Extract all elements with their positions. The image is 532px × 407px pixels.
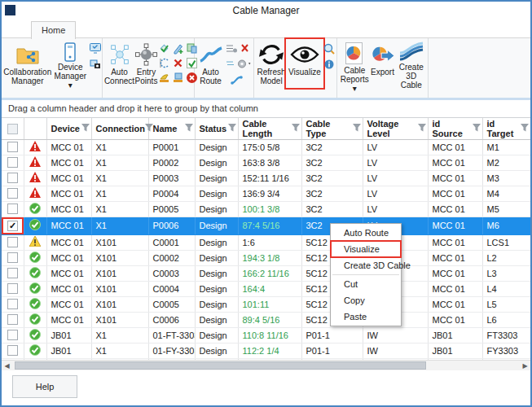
table-row[interactable]: MCC 01X101C0002Design194:3 1/85C12MCC 01… xyxy=(2,250,530,265)
table-row[interactable]: MCC 01X101C0005Design101:115C12MCC 01L5 xyxy=(2,296,530,312)
tab-home[interactable]: Home xyxy=(31,21,76,39)
table-row[interactable]: MCC 01X101C0003Design166:2 11/165C12MCC … xyxy=(2,265,530,281)
info-icon[interactable] xyxy=(323,58,336,70)
edit-add-icon[interactable] xyxy=(172,42,184,55)
create-3d-cable-icon xyxy=(398,42,425,63)
device-manager-button[interactable]: Device Manager ▾ xyxy=(52,40,90,87)
column-header-cable-length[interactable]: Cable Length xyxy=(238,118,301,139)
cell-device: JB01 xyxy=(46,327,91,343)
row-checkbox[interactable] xyxy=(7,330,18,340)
ok-status-icon xyxy=(29,332,41,342)
table-row[interactable]: MCC 01X101C0006Design89:4 5/165C12MCC 01… xyxy=(2,312,530,327)
horizontal-scrollbar[interactable]: ◀ ▶ xyxy=(2,360,530,370)
row-checkbox[interactable] xyxy=(7,314,18,325)
filter-funnel-icon[interactable] xyxy=(185,124,193,133)
filter-funnel-icon[interactable] xyxy=(473,124,481,133)
filter-funnel-icon[interactable] xyxy=(228,124,236,133)
cell-voltage-level: LV xyxy=(363,170,428,186)
table-row[interactable]: MCC 01X1P0006Design87:4 5/163C2LVMCC 01M… xyxy=(2,217,530,234)
context-menu-item-cut[interactable]: Cut xyxy=(331,276,401,292)
refresh-model-button[interactable]: Refresh Model xyxy=(256,40,287,87)
filter-funnel-icon[interactable] xyxy=(418,124,426,133)
table-row[interactable]: MCC 01X1P0002Design163:8 3/83C2LVMCC 01M… xyxy=(2,155,530,170)
row-checkbox[interactable] xyxy=(7,157,18,168)
column-header-name[interactable]: Name xyxy=(148,118,195,139)
cell-connection: X101 xyxy=(91,312,148,327)
app-icon xyxy=(5,5,15,15)
create-3d-cable-button[interactable]: Create 3D Cable xyxy=(395,40,428,87)
table-row[interactable]: MCC 01X1P0001Design175:0 5/83C2LVMCC 01M… xyxy=(2,139,530,155)
ok-status-icon xyxy=(29,301,41,311)
row-checkbox[interactable] xyxy=(7,252,18,263)
sync-monitor-icon[interactable] xyxy=(90,42,102,55)
row-checkbox[interactable] xyxy=(7,237,18,247)
context-menu-item-create-3d-cable[interactable]: Create 3D Cable xyxy=(331,257,401,274)
column-header-id-source[interactable]: id Source xyxy=(428,118,482,139)
table-row[interactable]: MCC 01X101C0001Design1:65C12MCC 01LCS1 xyxy=(2,234,530,250)
help-button[interactable]: Help xyxy=(12,375,77,398)
export-button[interactable]: Export xyxy=(371,40,395,87)
row-checkbox[interactable] xyxy=(7,204,18,214)
cell-connection: X1 xyxy=(91,217,148,234)
row-checkbox[interactable] xyxy=(7,221,18,231)
context-menu-item-auto-route[interactable]: Auto Route xyxy=(331,225,401,241)
cell-status: Design xyxy=(195,250,238,265)
check-diamond-icon[interactable] xyxy=(158,42,170,55)
row-checkbox[interactable] xyxy=(7,173,18,183)
group-by-hint-bar[interactable]: Drag a column header and drop it here to… xyxy=(2,100,530,118)
route-curve-icon[interactable] xyxy=(226,73,252,85)
scroll-left-arrow-icon[interactable]: ◀ xyxy=(2,361,12,370)
panel-flag-icon[interactable] xyxy=(172,72,184,84)
table-row[interactable]: JB01X101-FY-3303Design112:2 1/4P01-1IWJB… xyxy=(2,343,530,358)
column-header-id-target[interactable]: id Target xyxy=(482,118,530,139)
filter-funnel-icon[interactable] xyxy=(521,124,529,133)
row-checkbox[interactable] xyxy=(7,268,18,278)
filter-funnel-icon[interactable] xyxy=(145,124,153,133)
cell-id-source: JB01 xyxy=(428,343,482,358)
table-row[interactable]: MCC 01X1P0004Design136:9 3/43C2LVMCC 01M… xyxy=(2,186,530,201)
row-checkbox[interactable] xyxy=(7,142,18,152)
auto-connect-button[interactable]: Auto Connect xyxy=(104,40,134,87)
scrollbar-thumb[interactable] xyxy=(15,361,426,370)
filter-funnel-icon[interactable] xyxy=(81,124,90,133)
filter-funnel-icon[interactable] xyxy=(292,124,300,133)
row-checkbox[interactable] xyxy=(7,299,18,309)
visualize-button[interactable]: Visualize xyxy=(287,40,323,87)
row-checkbox[interactable] xyxy=(7,345,18,356)
cell-connection: X101 xyxy=(91,265,148,281)
column-header-status[interactable]: Status xyxy=(195,118,238,139)
collaboration-manager-button[interactable]: Collaboration Manager xyxy=(3,40,52,87)
cell-select xyxy=(2,281,24,296)
select-partial-icon[interactable] xyxy=(158,57,170,69)
select-all-header[interactable] xyxy=(2,118,24,139)
column-header-voltage-level[interactable]: Voltage Level xyxy=(363,118,428,139)
sweep-icon[interactable] xyxy=(158,72,170,84)
zoom-search-icon[interactable] xyxy=(323,42,336,55)
table-row[interactable]: MCC 01X101C0004Design164:45C12MCC 01L4 xyxy=(2,281,530,296)
context-menu-item-visualize[interactable]: Visualize xyxy=(331,241,401,257)
auto-route-button[interactable]: Auto Route xyxy=(196,40,225,87)
cable-manager-window: Cable Manager Home Collaboration Manager… xyxy=(0,0,532,407)
cell-status-icon xyxy=(24,250,46,265)
route-gear-dropdown-icon[interactable] xyxy=(226,58,252,70)
row-checkbox[interactable] xyxy=(7,283,18,294)
components-icon[interactable] xyxy=(90,58,102,70)
scroll-right-arrow-icon[interactable]: ▶ xyxy=(520,361,530,370)
column-header-connection[interactable]: Connection xyxy=(91,118,148,139)
context-menu-item-paste[interactable]: Paste xyxy=(331,309,401,325)
column-header-device[interactable]: Device xyxy=(46,118,91,139)
delete-x-icon[interactable] xyxy=(172,57,184,69)
cable-reports-button[interactable]: Cable Reports ▾ xyxy=(339,40,371,87)
table-row[interactable]: MCC 01X1P0005Design100:1 3/83C2LVMCC 01M… xyxy=(2,201,530,217)
column-header-cable-type[interactable]: Cable Type xyxy=(301,118,363,139)
table-row[interactable]: MCC 01X1P0003Design152:11 1/163C2LVMCC 0… xyxy=(2,170,530,186)
status-icon-header[interactable] xyxy=(24,118,46,139)
filter-funnel-icon[interactable] xyxy=(353,124,361,133)
row-checkbox[interactable] xyxy=(7,188,18,199)
table-row[interactable]: JB01X101-FT-3303Design110:8 11/16P01-1IW… xyxy=(2,327,530,343)
route-settings-delete-icon[interactable] xyxy=(226,42,252,55)
select-all-checkbox[interactable] xyxy=(7,124,18,134)
entry-points-button[interactable]: Entry Points xyxy=(134,40,158,87)
context-menu-item-copy[interactable]: Copy xyxy=(331,292,401,309)
cell-id-target: M1 xyxy=(482,139,530,155)
